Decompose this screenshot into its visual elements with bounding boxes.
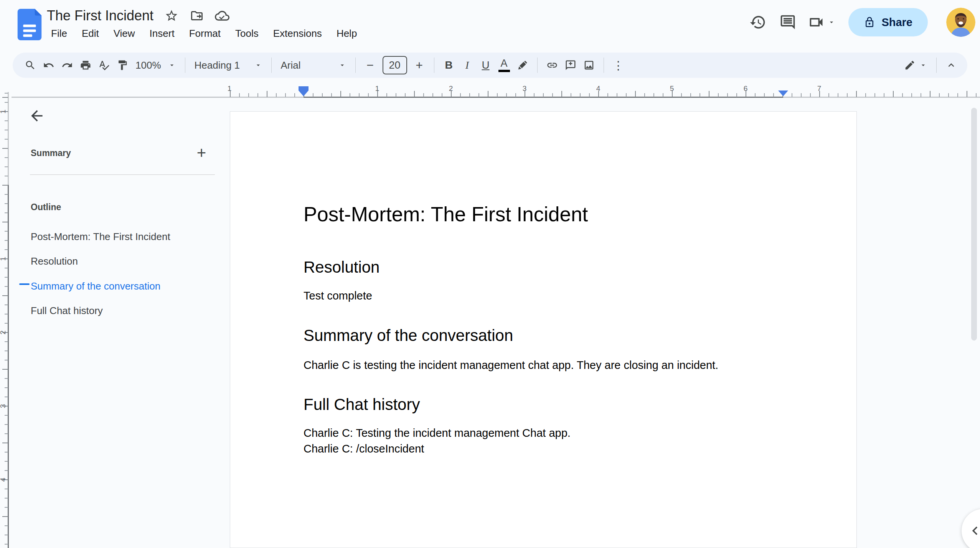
video-camera-icon [808,14,825,31]
toolbar-divider [271,58,272,73]
chat-line: Charlie C: /closeIncident [304,441,571,457]
toolbar-divider [604,58,604,73]
doc-heading-resolution[interactable]: Resolution [304,258,379,276]
ruler-label: 1 [225,84,234,93]
ruler-label: 6 [741,84,750,93]
google-docs-logo-icon[interactable] [17,9,42,40]
move-to-folder-icon[interactable] [190,8,204,23]
chevron-down-icon [919,61,927,69]
outline-item[interactable]: Post-Mortem: The First Incident [31,229,215,245]
outline-item[interactable]: Resolution [31,253,215,269]
menu-edit[interactable]: Edit [76,25,105,42]
chevron-left-icon [967,522,980,539]
doc-paragraph[interactable]: Test complete [304,288,372,304]
ruler-label: 5 [668,84,676,93]
paint-format-icon[interactable] [113,56,132,74]
toolbar-divider [355,58,356,73]
bold-button[interactable]: B [440,56,458,74]
ruler-label: 1 [0,107,7,116]
menu-format[interactable]: Format [183,25,226,42]
chevron-down-icon [828,18,835,26]
chevron-up-icon [945,59,957,71]
search-menus-icon[interactable] [21,56,40,74]
document-page[interactable]: Post-Mortem: The First Incident Resoluti… [230,111,857,548]
menu-extensions[interactable]: Extensions [267,25,328,42]
ruler-label: 2 [447,84,455,93]
print-icon[interactable] [76,56,95,74]
font-size-input[interactable]: 20 [383,56,407,74]
doc-heading-summary[interactable]: Summary of the conversation [304,326,513,345]
text-color-swatch [498,70,510,72]
editing-mode-button[interactable] [900,56,931,74]
menu-bar: File Edit View Insert Format Tools Exten… [45,25,363,42]
ruler-label: 4 [0,476,7,484]
document-title[interactable]: The First Incident [47,8,153,24]
sidebar-divider [30,174,215,175]
doc-paragraph[interactable]: Charlie C: Testing the incident manageme… [304,425,571,457]
outline-item[interactable]: Full Chat history [31,303,215,319]
left-indent-marker[interactable] [299,91,309,96]
menu-insert[interactable]: Insert [144,25,180,42]
chevron-down-icon [254,61,262,69]
menu-view[interactable]: View [108,25,141,42]
add-comment-icon[interactable] [561,56,580,74]
ruler-label: 2 [0,328,7,337]
outline-item-active[interactable]: Summary of the conversation [31,278,215,294]
active-outline-dash [19,283,30,285]
italic-button[interactable]: I [458,56,477,74]
version-history-icon[interactable] [748,12,768,32]
join-call-button[interactable] [808,14,835,31]
first-line-indent-marker[interactable] [299,86,309,91]
top-bar: The First Incident File Edit View Insert… [0,0,980,49]
font-family-select[interactable]: Arial [277,56,350,74]
ruler-label: 3 [0,402,7,410]
pencil-icon [904,59,916,71]
increase-font-size-button[interactable]: + [410,56,429,74]
star-icon[interactable] [164,8,179,23]
decrease-font-size-button[interactable]: − [361,56,379,74]
account-avatar[interactable] [946,8,975,37]
toolbar-divider [936,58,937,73]
summary-heading: Summary [31,148,71,158]
toolbar-divider [537,58,538,73]
right-indent-marker[interactable] [778,91,788,96]
highlight-color-icon[interactable] [513,56,532,74]
comments-icon[interactable] [778,12,798,32]
menu-help[interactable]: Help [331,25,363,42]
insert-image-icon[interactable] [580,56,598,74]
hide-menus-button[interactable] [942,56,960,74]
cloud-saved-icon[interactable] [215,8,229,23]
doc-heading-1[interactable]: Post-Mortem: The First Incident [304,203,588,226]
toolbar-divider [185,58,185,73]
lock-icon [864,16,875,28]
ruler-ticks [230,91,980,97]
show-side-panel-button[interactable] [962,509,980,548]
undo-icon[interactable] [40,56,58,74]
spell-check-icon[interactable] [95,56,113,74]
toolbar-divider [434,58,434,73]
vertical-scrollbar[interactable] [971,108,977,341]
ruler-label: 1 [0,255,7,263]
menu-tools[interactable]: Tools [229,25,264,42]
redo-icon[interactable] [58,56,76,74]
menu-file[interactable]: File [45,25,73,42]
chevron-down-icon [168,61,176,69]
more-options-button[interactable]: ⋮ [609,56,628,74]
underline-button[interactable]: U [477,56,495,74]
doc-paragraph[interactable]: Charlie C is testing the incident manage… [304,357,718,373]
ruler-label: 3 [520,84,529,93]
chevron-down-icon [338,61,346,69]
text-color-button[interactable]: A [495,56,513,74]
formatting-toolbar: 100% Heading 1 Arial − 20 + B I U A ⋮ [13,53,967,78]
ruler-label: 4 [594,84,602,93]
close-outline-button[interactable] [25,104,48,127]
add-summary-button[interactable]: + [191,143,212,163]
paragraph-style-select[interactable]: Heading 1 [191,56,266,74]
ruler-label: 1 [373,84,381,93]
insert-link-icon[interactable] [543,56,561,74]
back-arrow-icon [28,107,45,124]
share-button[interactable]: Share [848,8,928,36]
zoom-select[interactable]: 100% [132,56,180,74]
doc-heading-chat-history[interactable]: Full Chat history [304,395,420,414]
chat-line: Charlie C: Testing the incident manageme… [304,425,571,441]
